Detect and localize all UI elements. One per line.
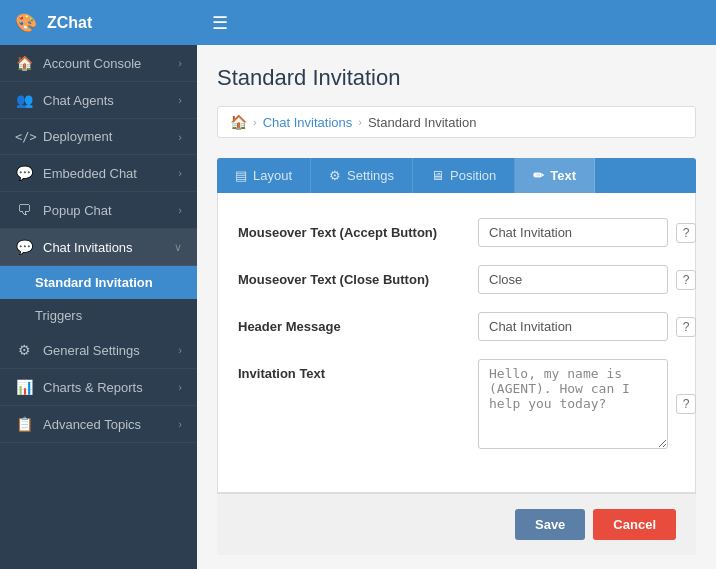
breadcrumb-current: Standard Invitation xyxy=(368,115,476,130)
gear-icon: ⚙ xyxy=(15,342,33,358)
tabs-bar: ▤ Layout ⚙ Settings 🖥 Position ✏ Text xyxy=(217,158,696,193)
sidebar-subitem-standard-invitation[interactable]: Standard Invitation xyxy=(0,266,197,299)
label-header-message: Header Message xyxy=(238,312,478,334)
sidebar-item-deployment[interactable]: </> Deployment › xyxy=(0,119,197,155)
form-row-mouseover-close: Mouseover Text (Close Button) ? xyxy=(238,265,675,294)
settings-icon: ⚙ xyxy=(329,168,341,183)
sidebar: 🎨 ZChat 🏠 Account Console › 👥 Chat Agent… xyxy=(0,0,197,569)
save-button[interactable]: Save xyxy=(515,509,585,540)
sidebar-item-general-settings[interactable]: ⚙ General Settings › xyxy=(0,332,197,369)
sidebar-item-label: Deployment xyxy=(43,129,112,144)
home-icon: 🏠 xyxy=(15,55,33,71)
sidebar-item-account-console[interactable]: 🏠 Account Console › xyxy=(0,45,197,82)
form-row-header-message: Header Message ? xyxy=(238,312,675,341)
label-mouseover-close: Mouseover Text (Close Button) xyxy=(238,265,478,287)
main-content: ☰ Standard Invitation 🏠 › Chat Invitatio… xyxy=(197,0,716,569)
sidebar-item-label: Embedded Chat xyxy=(43,166,137,181)
breadcrumb: 🏠 › Chat Invitations › Standard Invitati… xyxy=(217,106,696,138)
input-mouseover-close[interactable] xyxy=(478,265,668,294)
help-icon-mouseover-close[interactable]: ? xyxy=(676,270,696,290)
sidebar-item-advanced-topics[interactable]: 📋 Advanced Topics › xyxy=(0,406,197,443)
tab-settings[interactable]: ⚙ Settings xyxy=(311,158,413,193)
chevron-down-icon: ∨ xyxy=(174,241,182,254)
chat-invitations-icon: 💬 xyxy=(15,239,33,255)
help-icon-mouseover-accept[interactable]: ? xyxy=(676,223,696,243)
subitem-label: Standard Invitation xyxy=(35,275,153,290)
tab-settings-label: Settings xyxy=(347,168,394,183)
subitem-label: Triggers xyxy=(35,308,82,323)
chevron-right-icon: › xyxy=(178,94,182,106)
text-icon: ✏ xyxy=(533,168,544,183)
sidebar-item-embedded-chat[interactable]: 💬 Embedded Chat › xyxy=(0,155,197,192)
tab-text[interactable]: ✏ Text xyxy=(515,158,595,193)
sidebar-item-chat-agents[interactable]: 👥 Chat Agents › xyxy=(0,82,197,119)
label-mouseover-accept: Mouseover Text (Accept Button) xyxy=(238,218,478,240)
sidebar-item-label: Charts & Reports xyxy=(43,380,143,395)
sidebar-item-charts-reports[interactable]: 📊 Charts & Reports › xyxy=(0,369,197,406)
embedded-chat-icon: 💬 xyxy=(15,165,33,181)
chevron-right-icon: › xyxy=(178,131,182,143)
input-header-message[interactable] xyxy=(478,312,668,341)
code-icon: </> xyxy=(15,130,33,144)
form-row-invitation-text: Invitation Text Hello, my name is (AGENT… xyxy=(238,359,675,449)
page-title: Standard Invitation xyxy=(217,65,696,91)
sidebar-title: ZChat xyxy=(47,14,92,32)
breadcrumb-separator: › xyxy=(358,116,362,128)
sidebar-subitem-triggers[interactable]: Triggers xyxy=(0,299,197,332)
cancel-button[interactable]: Cancel xyxy=(593,509,676,540)
advanced-topics-icon: 📋 xyxy=(15,416,33,432)
main-body: Standard Invitation 🏠 › Chat Invitations… xyxy=(197,45,716,569)
position-icon: 🖥 xyxy=(431,168,444,183)
tab-layout[interactable]: ▤ Layout xyxy=(217,158,311,193)
tab-text-label: Text xyxy=(550,168,576,183)
agents-icon: 👥 xyxy=(15,92,33,108)
tab-position[interactable]: 🖥 Position xyxy=(413,158,515,193)
form-panel: Mouseover Text (Accept Button) ? Mouseov… xyxy=(217,193,696,493)
sidebar-item-label: Account Console xyxy=(43,56,141,71)
sidebar-item-label: Advanced Topics xyxy=(43,417,141,432)
help-icon-header-message[interactable]: ? xyxy=(676,317,696,337)
hamburger-menu-icon[interactable]: ☰ xyxy=(212,12,228,34)
sidebar-item-label: Popup Chat xyxy=(43,203,112,218)
tab-layout-label: Layout xyxy=(253,168,292,183)
tab-position-label: Position xyxy=(450,168,496,183)
chevron-right-icon: › xyxy=(178,167,182,179)
sidebar-item-chat-invitations[interactable]: 💬 Chat Invitations ∨ xyxy=(0,229,197,266)
textarea-invitation-text[interactable]: Hello, my name is (AGENT). How can I hel… xyxy=(478,359,668,449)
chevron-right-icon: › xyxy=(178,57,182,69)
sidebar-item-popup-chat[interactable]: 🗨 Popup Chat › xyxy=(0,192,197,229)
chart-icon: 📊 xyxy=(15,379,33,395)
sidebar-header: 🎨 ZChat xyxy=(0,0,197,45)
layout-icon: ▤ xyxy=(235,168,247,183)
form-footer: Save Cancel xyxy=(217,493,696,555)
input-mouseover-accept[interactable] xyxy=(478,218,668,247)
sidebar-item-label: Chat Invitations xyxy=(43,240,133,255)
sidebar-item-label: General Settings xyxy=(43,343,140,358)
form-row-mouseover-accept: Mouseover Text (Accept Button) ? xyxy=(238,218,675,247)
popup-chat-icon: 🗨 xyxy=(15,202,33,218)
breadcrumb-home-icon[interactable]: 🏠 xyxy=(230,114,247,130)
label-invitation-text: Invitation Text xyxy=(238,359,478,381)
chevron-right-icon: › xyxy=(178,381,182,393)
zchat-logo-icon: 🎨 xyxy=(15,12,37,34)
breadcrumb-chat-invitations[interactable]: Chat Invitations xyxy=(263,115,353,130)
chevron-right-icon: › xyxy=(178,344,182,356)
breadcrumb-separator: › xyxy=(253,116,257,128)
topbar: ☰ xyxy=(197,0,716,45)
help-icon-invitation-text[interactable]: ? xyxy=(676,394,696,414)
sidebar-item-label: Chat Agents xyxy=(43,93,114,108)
chevron-right-icon: › xyxy=(178,204,182,216)
chevron-right-icon: › xyxy=(178,418,182,430)
